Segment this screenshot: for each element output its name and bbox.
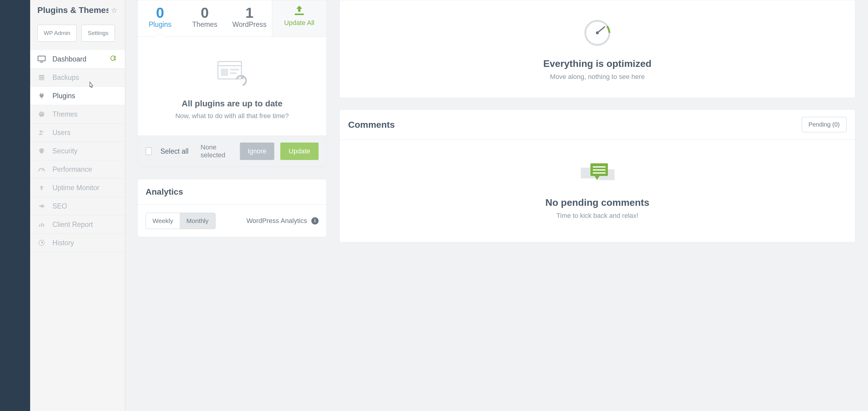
svg-rect-3 <box>39 77 44 78</box>
analytics-title: Analytics <box>146 187 318 197</box>
analytics-header: Analytics <box>138 179 327 205</box>
svg-rect-2 <box>39 75 44 76</box>
sidebar-header: Plugins & Themes D... ☆ WP Admin Setting… <box>30 0 125 50</box>
sidebar-item-client-report[interactable]: Client Report <box>30 216 125 234</box>
empty-plugins-icon <box>216 60 249 87</box>
nav-label: Dashboard <box>53 55 87 63</box>
svg-rect-4 <box>39 79 44 80</box>
svg-line-10 <box>41 169 43 171</box>
comments-empty-subtitle: Time to kick back and relax! <box>352 212 843 220</box>
arrow-up-icon <box>37 184 46 192</box>
svg-rect-19 <box>230 69 239 70</box>
plugins-label: Plugins <box>138 21 182 29</box>
nav-label: Users <box>53 129 70 137</box>
comment-bubble-icon <box>578 162 617 185</box>
select-all-checkbox[interactable] <box>146 147 152 155</box>
themes-count: 0 <box>182 4 227 21</box>
ignore-button[interactable]: Ignore <box>240 143 274 160</box>
optimize-card: Everything is optimized Move along, noth… <box>339 0 855 98</box>
sidebar-title-row: Plugins & Themes D... ☆ <box>37 5 118 15</box>
info-icon[interactable]: i <box>311 217 318 224</box>
period-segmented: Weekly Monthly <box>146 213 216 229</box>
optimize-subtitle: Move along, nothing to see here <box>352 73 843 81</box>
empty-subtitle: Now, what to do with all that free time? <box>150 112 314 120</box>
users-icon <box>37 128 46 137</box>
sidebar-item-themes[interactable]: Themes <box>30 105 125 124</box>
comments-card: Comments Pending (0) No pending comments… <box>339 109 855 242</box>
sidebar-buttons: WP Admin Settings <box>37 25 118 41</box>
svg-rect-15 <box>295 13 304 15</box>
sidebar-item-history[interactable]: History <box>30 234 125 252</box>
pending-filter-button[interactable]: Pending (0) <box>802 117 846 132</box>
update-all-button[interactable]: Update All <box>272 0 327 36</box>
svg-point-6 <box>40 113 41 114</box>
sidebar-item-plugins[interactable]: Plugins <box>30 87 125 105</box>
analytics-source: WordPress Analytics i <box>247 217 318 225</box>
updates-tabs: 0 Plugins 0 Themes 1 WordPress Update Al… <box>138 0 327 37</box>
refresh-icon[interactable] <box>109 54 117 64</box>
svg-point-7 <box>42 113 43 114</box>
database-icon <box>37 73 46 82</box>
svg-rect-0 <box>38 56 45 61</box>
sidebar: Plugins & Themes D... ☆ WP Admin Setting… <box>30 0 125 411</box>
wordpress-label: WordPress <box>227 21 272 29</box>
sidebar-nav: Dashboard Backups Plugins Themes <box>30 50 125 252</box>
comments-header: Comments Pending (0) <box>340 110 855 140</box>
nav-label: Uptime Monitor <box>53 184 99 192</box>
nav-label: SEO <box>53 202 67 210</box>
monitor-icon <box>37 55 46 63</box>
updates-footer: Select all None selected Ignore Update <box>138 135 327 167</box>
chart-icon <box>37 220 46 229</box>
clock-icon <box>37 239 46 247</box>
analytics-source-label: WordPress Analytics <box>247 217 307 225</box>
select-all-label: Select all <box>160 147 188 156</box>
update-all-label: Update All <box>277 19 321 27</box>
themes-label: Themes <box>182 21 227 29</box>
svg-line-23 <box>597 27 604 33</box>
optimize-title: Everything is optimized <box>352 58 843 69</box>
nav-label: History <box>53 239 74 247</box>
tab-themes[interactable]: 0 Themes <box>182 0 227 36</box>
sidebar-item-performance[interactable]: Performance <box>30 160 125 179</box>
svg-point-9 <box>42 131 44 133</box>
sidebar-item-backups[interactable]: Backups <box>30 68 125 87</box>
svg-point-8 <box>40 130 42 133</box>
nav-label: Backups <box>53 73 79 82</box>
wp-admin-button[interactable]: WP Admin <box>37 25 76 41</box>
nav-label: Client Report <box>53 221 93 229</box>
comments-title: Comments <box>348 120 395 130</box>
analytics-body: Weekly Monthly WordPress Analytics i <box>138 205 327 237</box>
sidebar-item-uptime[interactable]: Uptime Monitor <box>30 179 125 197</box>
updates-card: 0 Plugins 0 Themes 1 WordPress Update Al… <box>137 0 327 167</box>
update-button[interactable]: Update <box>280 143 318 160</box>
favorite-star-icon[interactable]: ☆ <box>111 6 118 14</box>
updates-empty-state: All plugins are up to date Now, what to … <box>138 37 327 135</box>
nav-label: Security <box>53 147 78 155</box>
nav-label: Themes <box>53 110 78 119</box>
tab-plugins[interactable]: 0 Plugins <box>138 0 182 36</box>
tab-wordpress[interactable]: 1 WordPress <box>227 0 272 36</box>
nav-label: Performance <box>53 165 92 173</box>
weekly-button[interactable]: Weekly <box>146 213 180 229</box>
svg-point-5 <box>39 112 44 117</box>
nav-label: Plugins <box>53 92 75 100</box>
sidebar-item-dashboard[interactable]: Dashboard <box>30 50 125 68</box>
megaphone-icon <box>37 202 46 210</box>
settings-button[interactable]: Settings <box>82 25 115 41</box>
svg-rect-11 <box>39 224 40 227</box>
gauge-icon <box>584 19 611 47</box>
app-nav-strip <box>0 0 30 411</box>
center-column: 0 Plugins 0 Themes 1 WordPress Update Al… <box>137 0 327 411</box>
sidebar-item-seo[interactable]: SEO <box>30 197 125 216</box>
svg-rect-20 <box>230 72 237 74</box>
monthly-button[interactable]: Monthly <box>180 213 215 229</box>
svg-rect-13 <box>43 224 44 227</box>
upload-icon <box>293 5 306 16</box>
sidebar-item-security[interactable]: Security <box>30 142 125 160</box>
comments-body: No pending comments Time to kick back an… <box>340 140 855 242</box>
analytics-card: Analytics Weekly Monthly WordPress Analy… <box>137 179 327 237</box>
sidebar-item-users[interactable]: Users <box>30 124 125 142</box>
svg-rect-12 <box>41 223 42 227</box>
svg-rect-18 <box>221 69 228 76</box>
main-content: 0 Plugins 0 Themes 1 WordPress Update Al… <box>125 0 868 411</box>
